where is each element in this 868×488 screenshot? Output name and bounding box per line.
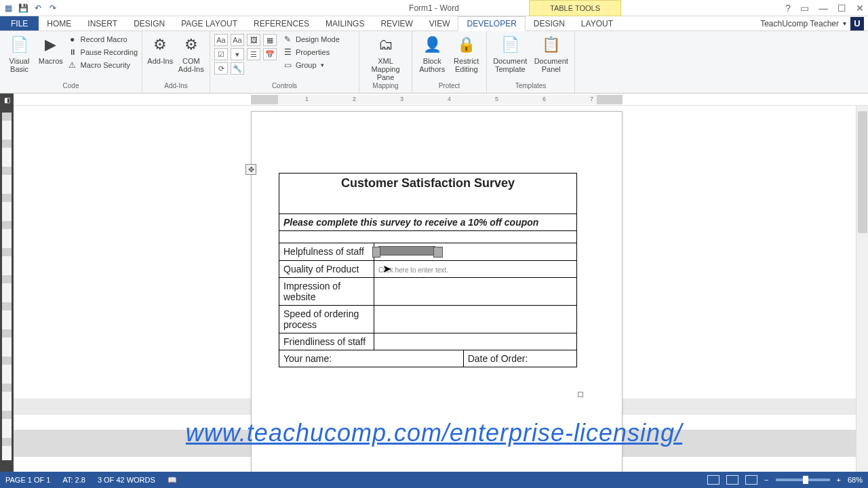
- undo-icon[interactable]: ↶: [33, 3, 43, 14]
- close-icon[interactable]: ✕: [856, 3, 864, 14]
- tab-design[interactable]: DESIGN: [125, 16, 173, 30]
- group-icon: ▭: [282, 60, 293, 70]
- group-mapping-label: Mapping: [359, 82, 412, 93]
- view-read-mode-icon[interactable]: [707, 475, 719, 485]
- properties-label: Properties: [296, 48, 330, 56]
- ruler-tick: 6: [542, 96, 546, 102]
- legacy-tools-icon[interactable]: 🔧: [231, 62, 244, 75]
- empty-cell[interactable]: [374, 333, 577, 350]
- tab-references[interactable]: REFERENCES: [245, 16, 317, 30]
- redo-icon[interactable]: ↷: [47, 3, 58, 14]
- table-move-handle-icon[interactable]: ✥: [245, 164, 256, 175]
- ribbon-tabs: FILE HOME INSERT DESIGN PAGE LAYOUT REFE…: [0, 16, 868, 31]
- zoom-level[interactable]: 68%: [848, 476, 863, 484]
- tab-file[interactable]: FILE: [0, 16, 39, 30]
- tab-table-layout[interactable]: LAYOUT: [573, 16, 621, 30]
- account-badge[interactable]: U: [850, 17, 864, 30]
- record-macro-button[interactable]: ●Record Macro: [67, 34, 138, 45]
- group-code-label: Code: [0, 82, 142, 93]
- picture-control-icon[interactable]: 🖼: [247, 34, 260, 46]
- ruler-corner[interactable]: ◧: [0, 94, 14, 106]
- ruler-tick: 3: [400, 96, 403, 102]
- zoom-slider[interactable]: [776, 479, 830, 481]
- date-of-order-label: Date of Order:: [468, 353, 528, 364]
- vertical-scrollbar[interactable]: [856, 106, 868, 472]
- tab-page-layout[interactable]: PAGE LAYOUT: [173, 16, 245, 30]
- document-template-button[interactable]: 📄 Document Template: [491, 34, 530, 73]
- restrict-editing-button[interactable]: 🔒 Restrict Editing: [451, 34, 483, 73]
- checkbox-control-icon[interactable]: ☑: [214, 48, 228, 60]
- zoom-out-icon[interactable]: −: [764, 476, 768, 484]
- status-proofing-icon[interactable]: 📖: [167, 476, 177, 485]
- view-print-layout-icon[interactable]: [726, 475, 738, 485]
- row-label-impression: Impression of website: [283, 281, 340, 302]
- design-mode-button[interactable]: ✎Design Mode: [282, 34, 340, 45]
- date-picker-control-icon[interactable]: 📅: [263, 48, 277, 60]
- xml-mapping-button[interactable]: 🗂 XML Mapping Pane: [363, 34, 408, 81]
- view-web-layout-icon[interactable]: [745, 475, 757, 485]
- rich-text-control-icon[interactable]: Aa: [214, 34, 228, 46]
- pause-recording-label: Pause Recording: [81, 48, 138, 56]
- zoom-in-icon[interactable]: +: [837, 476, 841, 484]
- macro-security-button[interactable]: ⚠Macro Security: [67, 60, 138, 70]
- addins-icon: ⚙: [149, 34, 171, 56]
- com-addins-button[interactable]: ⚙ COM Add-Ins: [177, 34, 205, 73]
- minimize-icon[interactable]: —: [818, 3, 828, 14]
- scrollbar-thumb[interactable]: [858, 111, 867, 233]
- vertical-ruler[interactable]: [0, 106, 14, 472]
- macros-button[interactable]: ▶ Macros: [37, 34, 64, 65]
- document-template-label: Document Template: [491, 57, 530, 73]
- com-addins-icon: ⚙: [180, 34, 202, 56]
- status-words[interactable]: 3 OF 42 WORDS: [98, 476, 155, 484]
- survey-table[interactable]: Customer Satisfaction Survey Please comp…: [279, 173, 577, 367]
- document-panel-label: Document Panel: [532, 57, 571, 73]
- document-panel-button[interactable]: 📋 Document Panel: [532, 34, 571, 73]
- content-control-selected[interactable]: [378, 246, 435, 256]
- document-page[interactable]: Customer Satisfaction Survey Please comp…: [251, 111, 623, 472]
- group-code: 📄 Visual Basic ▶ Macros ●Record Macro ⏸P…: [0, 31, 142, 93]
- macros-label: Macros: [39, 57, 63, 65]
- tab-table-design[interactable]: DESIGN: [526, 16, 573, 30]
- horizontal-ruler[interactable]: 1 2 3 4 5 6 7: [251, 95, 623, 104]
- dropdown-control-icon[interactable]: ☰: [247, 48, 260, 60]
- repeating-section-control-icon[interactable]: ⟳: [214, 62, 228, 75]
- empty-cell[interactable]: [374, 278, 577, 306]
- tab-insert[interactable]: INSERT: [79, 16, 125, 30]
- document-template-icon: 📄: [499, 34, 521, 56]
- table-resize-handle-icon[interactable]: [578, 392, 583, 397]
- empty-cell[interactable]: [374, 306, 577, 333]
- group-controls: Aa Aa 🖼 ▦ ☑ ▾ ☰ 📅 ⟳ 🔧: [210, 31, 359, 93]
- ruler-area: ◧ 1 2 3 4 5 6 7: [0, 94, 868, 106]
- plain-text-control-icon[interactable]: Aa: [231, 34, 244, 46]
- addins-button[interactable]: ⚙ Add-Ins: [146, 34, 174, 65]
- survey-instruction: Please complete this survey to receive a…: [283, 217, 538, 228]
- status-page[interactable]: PAGE 1 OF 1: [5, 476, 50, 484]
- tab-developer[interactable]: DEVELOPER: [458, 16, 525, 31]
- group-templates: 📄 Document Template 📋 Document Panel Tem…: [487, 31, 575, 93]
- restrict-editing-icon: 🔒: [456, 34, 477, 56]
- tab-view[interactable]: VIEW: [421, 16, 458, 30]
- combo-box-control-icon[interactable]: ▾: [231, 48, 244, 60]
- ruler-tick: 2: [353, 96, 356, 102]
- group-button[interactable]: ▭Group▾: [282, 60, 340, 70]
- block-authors-button[interactable]: 👤 Block Authors: [416, 34, 448, 73]
- tab-review[interactable]: REVIEW: [372, 16, 420, 30]
- account-name[interactable]: TeachUcomp Teacher: [760, 19, 839, 28]
- help-icon[interactable]: ?: [785, 3, 791, 14]
- zoom-slider-thumb[interactable]: [803, 476, 808, 484]
- account-dropdown-icon[interactable]: ▾: [843, 20, 846, 27]
- maximize-icon[interactable]: ☐: [837, 3, 846, 14]
- tab-mailings[interactable]: MAILINGS: [317, 16, 372, 30]
- properties-button[interactable]: ☰Properties: [282, 47, 340, 58]
- com-addins-label: COM Add-Ins: [177, 57, 205, 73]
- tab-home[interactable]: HOME: [39, 16, 79, 30]
- ribbon-options-icon[interactable]: ▭: [800, 3, 809, 14]
- group-templates-label: Templates: [487, 82, 574, 93]
- save-icon[interactable]: 💾: [18, 3, 28, 14]
- status-at[interactable]: AT: 2.8: [62, 476, 85, 484]
- row-label-helpfulness: Helpfulness of staff: [283, 246, 364, 257]
- pause-recording-button[interactable]: ⏸Pause Recording: [67, 47, 138, 58]
- visual-basic-button[interactable]: 📄 Visual Basic: [4, 34, 35, 73]
- building-block-control-icon[interactable]: ▦: [263, 34, 277, 46]
- blank-row: [279, 231, 577, 243]
